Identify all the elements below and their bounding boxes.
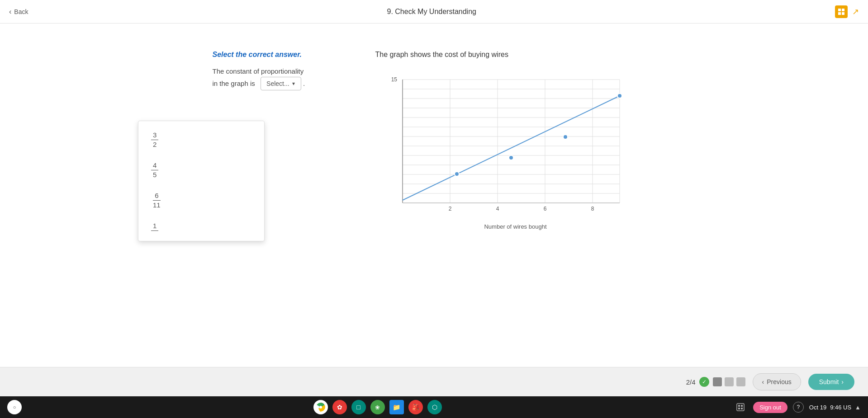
grid-icon-button[interactable] bbox=[835, 5, 848, 18]
wifi-icon: ▲ bbox=[855, 404, 861, 411]
app-icon-teal[interactable]: □ bbox=[351, 400, 366, 414]
time-label: 9:46 US bbox=[830, 404, 851, 411]
fraction-3-2: 3 2 bbox=[151, 131, 158, 149]
screenshot-icon[interactable] bbox=[733, 400, 748, 414]
back-button[interactable]: ‹ Back bbox=[9, 8, 28, 16]
svg-line-30 bbox=[403, 96, 620, 200]
svg-rect-34 bbox=[738, 405, 740, 407]
fraction-4-5: 4 5 bbox=[151, 161, 158, 179]
chart-container: 15 2 4 6 8 bbox=[375, 66, 638, 220]
bottom-bar: 2/4 ✓ ‹ Previous Submit › bbox=[0, 367, 868, 396]
datetime-info: Oct 19 9:46 US ▲ bbox=[809, 404, 861, 411]
x-axis-label: Number of wires bought bbox=[375, 223, 656, 230]
taskbar-left: ○ bbox=[7, 400, 22, 414]
chart-title: The graph shows the cost of buying wires bbox=[375, 51, 656, 59]
question-text: The constant of proportionality in the g… bbox=[213, 66, 357, 90]
progress-dots bbox=[713, 377, 745, 386]
fraction-1: 1 bbox=[151, 222, 158, 231]
grid-icon bbox=[838, 8, 845, 15]
svg-rect-35 bbox=[741, 405, 743, 407]
previous-button[interactable]: ‹ Previous bbox=[753, 373, 801, 390]
app-icon-bag[interactable]: 🎒 bbox=[408, 400, 423, 414]
check-icon: ✓ bbox=[699, 377, 709, 387]
app-icon-red[interactable]: ✿ bbox=[332, 400, 347, 414]
chevron-left-icon: ‹ bbox=[9, 8, 11, 16]
chart-svg: 15 2 4 6 8 bbox=[375, 66, 638, 220]
expand-icon[interactable]: ↗ bbox=[852, 7, 859, 17]
chevron-down-icon: ▾ bbox=[292, 80, 295, 87]
app-icon-face[interactable]: ⬡ bbox=[427, 400, 442, 414]
svg-rect-2 bbox=[838, 12, 841, 15]
top-icons: ↗ bbox=[835, 5, 859, 18]
instruction-text: Select the correct answer. bbox=[213, 51, 357, 59]
chart-area: The graph shows the cost of buying wires bbox=[375, 51, 656, 230]
dropdown-item-0[interactable]: 3 2 bbox=[138, 125, 264, 155]
data-point-2 bbox=[509, 155, 513, 160]
app-icon-folder[interactable]: 📁 bbox=[389, 400, 404, 414]
taskbar: ○ ✿ □ ❀ 📁 bbox=[0, 396, 868, 418]
submit-button[interactable]: Submit › bbox=[808, 374, 854, 390]
taskbar-center: ✿ □ ❀ 📁 🎒 ⬡ bbox=[313, 400, 442, 414]
taskbar-right: Sign out ? Oct 19 9:46 US ▲ bbox=[733, 400, 861, 414]
answer-select-button[interactable]: Select... ▾ bbox=[261, 77, 301, 90]
dropdown-menu: 3 2 4 5 6 11 1 bbox=[138, 121, 265, 241]
app-icon-green[interactable]: ❀ bbox=[370, 400, 385, 414]
data-point-4 bbox=[617, 94, 622, 98]
svg-point-32 bbox=[319, 406, 322, 409]
period: . bbox=[303, 78, 305, 89]
svg-rect-36 bbox=[738, 408, 740, 409]
main-content: Select the correct answer. The constant … bbox=[0, 23, 868, 367]
chrome-icon[interactable] bbox=[313, 400, 328, 414]
date-label: Oct 19 bbox=[809, 404, 826, 411]
dot-1 bbox=[713, 377, 722, 386]
fraction-6-11: 6 11 bbox=[151, 192, 162, 209]
chevron-left-icon: ‹ bbox=[762, 378, 764, 385]
data-point-3 bbox=[563, 135, 568, 139]
top-bar: ‹ Back 9. Check My Understanding ↗ bbox=[0, 0, 868, 23]
progress-info: 2/4 ✓ bbox=[686, 377, 745, 387]
svg-rect-1 bbox=[842, 9, 844, 11]
svg-text:6: 6 bbox=[543, 206, 546, 212]
dropdown-item-2[interactable]: 6 11 bbox=[138, 185, 264, 216]
svg-text:4: 4 bbox=[496, 206, 499, 212]
data-point-1 bbox=[455, 172, 459, 176]
dot-2 bbox=[725, 377, 734, 386]
back-label: Back bbox=[14, 8, 28, 15]
svg-rect-37 bbox=[741, 408, 743, 409]
left-panel: Select the correct answer. The constant … bbox=[213, 51, 357, 90]
svg-text:8: 8 bbox=[591, 206, 594, 212]
svg-rect-0 bbox=[838, 9, 841, 11]
help-icon[interactable]: ? bbox=[793, 402, 804, 413]
text-before: The constant of proportionality bbox=[213, 67, 304, 75]
svg-rect-3 bbox=[842, 12, 844, 15]
svg-text:15: 15 bbox=[391, 76, 397, 83]
dropdown-item-3[interactable]: 1 bbox=[138, 216, 264, 237]
sign-out-button[interactable]: Sign out bbox=[753, 402, 787, 413]
text-middle: in the graph is bbox=[213, 80, 255, 87]
select-inline: Select... ▾ . bbox=[257, 77, 305, 90]
select-placeholder: Select... bbox=[266, 80, 289, 87]
chevron-right-icon: › bbox=[841, 378, 844, 385]
progress-text: 2/4 bbox=[686, 378, 696, 386]
chrome-circle-icon[interactable]: ○ bbox=[7, 400, 22, 414]
dropdown-item-1[interactable]: 4 5 bbox=[138, 155, 264, 185]
svg-text:2: 2 bbox=[448, 206, 451, 212]
svg-rect-33 bbox=[737, 404, 744, 411]
page-title: 9. Check My Understanding bbox=[387, 8, 476, 16]
dot-3 bbox=[736, 377, 745, 386]
